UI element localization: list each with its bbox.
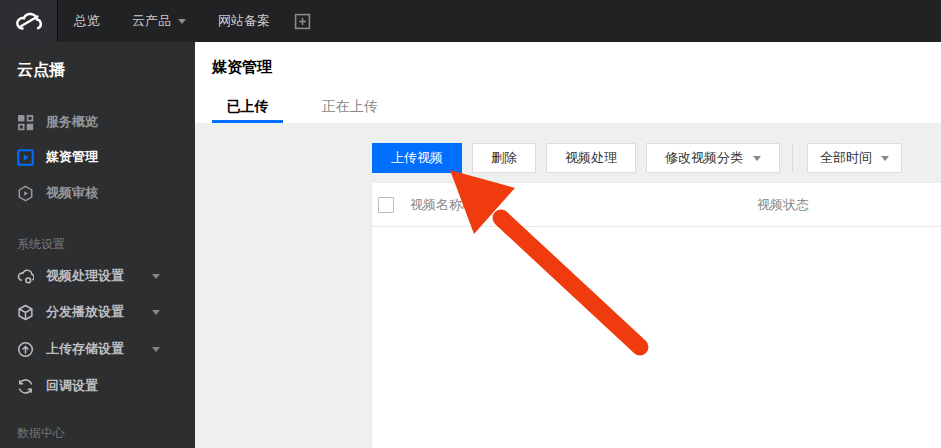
column-header-video-status: 视频状态 xyxy=(757,196,809,214)
sidebar-item-label: 分发播放设置 xyxy=(46,303,124,321)
sidebar-item-label: 视频处理设置 xyxy=(46,267,124,285)
tab-uploaded[interactable]: 已上传 xyxy=(212,93,283,123)
sidebar-item-upload-storage-settings[interactable]: 上传存储设置 xyxy=(0,336,195,362)
tab-uploading-label: 正在上传 xyxy=(322,98,378,114)
nav-overview[interactable]: 总览 xyxy=(58,0,116,42)
chevron-down-icon xyxy=(753,156,761,161)
tab-uploading[interactable]: 正在上传 xyxy=(322,93,378,123)
sidebar-section-system-settings: 系统设置 xyxy=(0,231,195,257)
sidebar-item-label: 视频审核 xyxy=(46,184,98,202)
upload-video-button[interactable]: 上传视频 xyxy=(372,143,462,173)
chevron-down-icon xyxy=(152,310,160,315)
column-header-video-name: 视频名称/ID xyxy=(410,196,479,214)
select-all-checkbox[interactable] xyxy=(378,197,394,213)
video-process-icon xyxy=(17,268,34,285)
sidebar-item-label: 回调设置 xyxy=(46,377,98,395)
chevron-down-icon xyxy=(178,19,186,24)
upload-video-label: 上传视频 xyxy=(391,149,443,167)
topbar: 总览 云产品 网站备案 xyxy=(0,0,941,42)
nav-icp-filing[interactable]: 网站备案 xyxy=(202,0,286,42)
nav-icp-filing-label: 网站备案 xyxy=(218,12,270,30)
upload-circle-icon xyxy=(17,341,34,358)
sidebar-product-title: 云点播 xyxy=(0,57,195,83)
sidebar-item-video-process-settings[interactable]: 视频处理设置 xyxy=(0,263,195,289)
video-process-label: 视频处理 xyxy=(565,149,617,167)
sidebar-item-media-management[interactable]: 媒资管理 xyxy=(0,144,195,170)
tab-uploaded-label: 已上传 xyxy=(227,98,269,114)
media-play-icon xyxy=(17,149,34,166)
page-title: 媒资管理 xyxy=(212,58,272,77)
toolbar: 上传视频 删除 视频处理 修改视频分类 全部时间 xyxy=(372,143,902,173)
sidebar-product-title-label: 云点播 xyxy=(17,60,65,81)
delete-label: 删除 xyxy=(491,149,517,167)
main-header: 媒资管理 已上传 正在上传 xyxy=(195,42,941,123)
nav-cloud-products[interactable]: 云产品 xyxy=(116,0,202,42)
plus-box-icon xyxy=(294,13,311,30)
toolbar-divider xyxy=(792,144,793,172)
sidebar-item-label: 媒资管理 xyxy=(46,148,98,166)
sidebar-item-callback-settings[interactable]: 回调设置 xyxy=(0,373,195,399)
add-shortcut-button[interactable] xyxy=(286,13,319,30)
grid-icon xyxy=(17,114,34,131)
time-filter-label: 全部时间 xyxy=(820,149,872,167)
delete-button[interactable]: 删除 xyxy=(472,143,536,173)
video-review-icon xyxy=(17,185,34,202)
nav-cloud-products-label: 云产品 xyxy=(132,12,171,30)
top-navigation: 总览 云产品 网站备案 xyxy=(58,0,319,42)
sidebar-section-label: 系统设置 xyxy=(17,236,65,253)
time-filter-select[interactable]: 全部时间 xyxy=(807,143,902,173)
video-table-card: 视频名称/ID 视频状态 xyxy=(372,183,941,448)
sidebar-item-distribution-play-settings[interactable]: 分发播放设置 xyxy=(0,299,195,325)
content-area: 上传视频 删除 视频处理 修改视频分类 全部时间 视频名称/ID 视频状态 xyxy=(195,123,941,448)
video-process-button[interactable]: 视频处理 xyxy=(546,143,636,173)
tencent-cloud-logo[interactable] xyxy=(0,0,58,42)
sidebar-item-service-overview[interactable]: 服务概览 xyxy=(0,109,195,135)
tab-bar: 已上传 正在上传 xyxy=(212,93,378,123)
table-header-row: 视频名称/ID 视频状态 xyxy=(372,183,941,227)
sidebar-item-label: 上传存储设置 xyxy=(46,340,124,358)
cube-icon xyxy=(17,304,34,321)
callback-icon xyxy=(17,378,34,395)
chevron-down-icon xyxy=(152,347,160,352)
sidebar-item-video-review[interactable]: 视频审核 xyxy=(0,180,195,206)
modify-category-dropdown[interactable]: 修改视频分类 xyxy=(646,143,780,173)
sidebar-section-data-center: 数据中心 xyxy=(0,420,195,446)
sidebar: 云点播 服务概览 媒资管理 视频审核 系统设置 视频处理设置 xyxy=(0,42,195,448)
cloud-logo-icon xyxy=(13,9,45,33)
modify-category-label: 修改视频分类 xyxy=(665,149,743,167)
chevron-down-icon xyxy=(881,156,889,161)
sidebar-section-label: 数据中心 xyxy=(17,425,65,442)
chevron-down-icon xyxy=(152,274,160,279)
sidebar-item-label: 服务概览 xyxy=(46,113,98,131)
nav-overview-label: 总览 xyxy=(74,12,100,30)
